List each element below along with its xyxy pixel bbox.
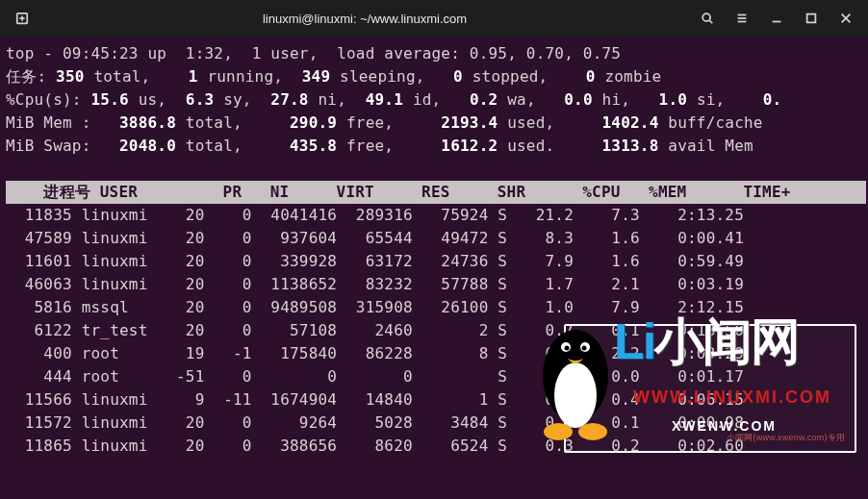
blank-line — [6, 158, 866, 181]
close-button[interactable] — [830, 5, 862, 32]
svg-rect-9 — [807, 14, 816, 23]
search-button[interactable] — [691, 5, 724, 32]
process-row: 5816 mssql 20 0 9489508 315908 26100 S 1… — [6, 296, 866, 319]
cpu-line: %Cpu(s): 15.6 us, 6.3 sy, 27.8 ni, 49.1 … — [6, 88, 866, 112]
svg-point-3 — [702, 13, 710, 21]
new-tab-button[interactable] — [6, 5, 38, 32]
top-summary-line: top - 09:45:23 up 1:32, 1 user, load ave… — [6, 42, 866, 65]
tasks-line: 任务: 350 total, 1 running, 349 sleeping, … — [6, 65, 866, 88]
minimize-button[interactable] — [760, 5, 793, 32]
process-row: 46063 linuxmi 20 0 1138652 83232 57788 S… — [6, 273, 866, 296]
process-row: 11835 linuxmi 20 0 4041416 289316 75924 … — [6, 204, 866, 227]
svg-line-4 — [709, 20, 712, 23]
maximize-button[interactable] — [795, 5, 828, 32]
process-row: 11601 linuxmi 20 0 339928 63172 24736 S … — [6, 250, 866, 273]
process-row: 400 root 19 -1 175840 86228 8 S 0.3 2.2 … — [6, 342, 866, 365]
window-title: linuxmi@linuxmi: ~/www.linuxmi.com — [38, 12, 691, 26]
process-table-header: 进程号 USER PR NI VIRT RES SHR %CPU %MEM TI… — [6, 181, 866, 204]
process-row: 6122 tr_test 20 0 57108 2460 2 S 0.7 0.1… — [6, 319, 866, 342]
process-row: 47589 linuxmi 20 0 937604 65544 49472 S … — [6, 227, 866, 250]
process-row: 444 root -51 0 0 0 S 0.3 0.0 0:01.17 — [6, 365, 866, 388]
mem-line: MiB Mem : 3886.8 total, 290.9 free, 2193… — [6, 112, 866, 135]
titlebar: linuxmi@linuxmi: ~/www.linuxmi.com — [0, 0, 868, 37]
terminal-output[interactable]: top - 09:45:23 up 1:32, 1 user, load ave… — [0, 37, 868, 499]
process-row: 11865 linuxmi 20 0 388656 8620 6524 S 0.… — [6, 435, 866, 458]
swap-line: MiB Swap: 2048.0 total, 435.8 free, 1612… — [6, 135, 866, 158]
process-row: 11566 linuxmi 9 -11 1674904 14840 1 S 0.… — [6, 388, 866, 412]
menu-button[interactable] — [726, 5, 758, 32]
process-row: 11572 linuxmi 20 0 9264 5028 3484 S 0.3 … — [6, 412, 866, 435]
